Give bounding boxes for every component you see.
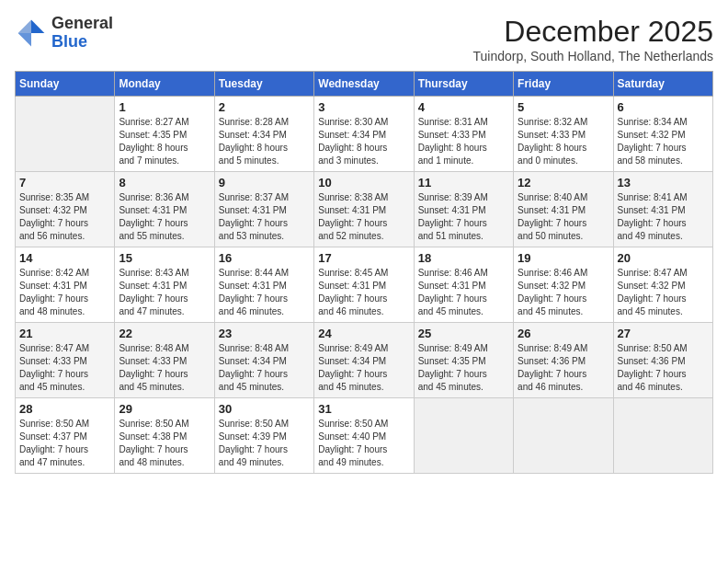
calendar-cell: 14Sunrise: 8:42 AM Sunset: 4:31 PM Dayli…	[16, 247, 115, 323]
day-number: 27	[618, 327, 709, 340]
day-number: 22	[119, 327, 210, 340]
calendar-cell: 13Sunrise: 8:41 AM Sunset: 4:31 PM Dayli…	[613, 172, 712, 247]
day-number: 2	[219, 100, 310, 114]
svg-marker-1	[18, 19, 31, 32]
day-number: 14	[19, 251, 110, 265]
day-info: Sunrise: 8:27 AM Sunset: 4:35 PM Dayligh…	[119, 116, 210, 167]
calendar-cell: 2Sunrise: 8:28 AM Sunset: 4:34 PM Daylig…	[214, 97, 313, 172]
day-number: 15	[119, 251, 210, 265]
calendar-cell: 4Sunrise: 8:31 AM Sunset: 4:33 PM Daylig…	[414, 97, 513, 172]
calendar-cell: 1Sunrise: 8:27 AM Sunset: 4:35 PM Daylig…	[115, 97, 214, 172]
day-info: Sunrise: 8:46 AM Sunset: 4:32 PM Dayligh…	[518, 267, 609, 318]
day-info: Sunrise: 8:28 AM Sunset: 4:34 PM Dayligh…	[219, 116, 310, 167]
day-info: Sunrise: 8:48 AM Sunset: 4:34 PM Dayligh…	[219, 342, 310, 394]
day-number: 7	[19, 176, 110, 190]
calendar-cell: 12Sunrise: 8:40 AM Sunset: 4:31 PM Dayli…	[514, 172, 613, 247]
day-number: 28	[19, 402, 110, 416]
logo-text: General Blue	[51, 15, 113, 52]
calendar-cell: 25Sunrise: 8:49 AM Sunset: 4:35 PM Dayli…	[414, 323, 513, 398]
calendar-cell: 29Sunrise: 8:50 AM Sunset: 4:38 PM Dayli…	[115, 398, 214, 474]
calendar-cell: 6Sunrise: 8:34 AM Sunset: 4:32 PM Daylig…	[613, 97, 712, 172]
day-info: Sunrise: 8:50 AM Sunset: 4:36 PM Dayligh…	[618, 342, 709, 394]
weekday-header-cell: Sunday	[16, 72, 115, 97]
calendar-cell: 18Sunrise: 8:46 AM Sunset: 4:31 PM Dayli…	[414, 247, 513, 323]
day-number: 13	[618, 176, 709, 190]
day-number: 20	[618, 251, 709, 265]
day-number: 8	[119, 176, 210, 190]
day-info: Sunrise: 8:46 AM Sunset: 4:31 PM Dayligh…	[418, 267, 509, 318]
weekday-header-cell: Tuesday	[214, 72, 313, 97]
calendar-week-row: 1Sunrise: 8:27 AM Sunset: 4:35 PM Daylig…	[16, 97, 713, 172]
day-number: 31	[318, 402, 409, 416]
day-number: 9	[219, 176, 310, 190]
day-number: 26	[518, 327, 609, 340]
calendar-cell: 3Sunrise: 8:30 AM Sunset: 4:34 PM Daylig…	[314, 97, 414, 172]
day-number: 11	[418, 176, 509, 190]
calendar-cell: 9Sunrise: 8:37 AM Sunset: 4:31 PM Daylig…	[214, 172, 313, 247]
day-info: Sunrise: 8:35 AM Sunset: 4:32 PM Dayligh…	[19, 191, 110, 243]
calendar-cell: 20Sunrise: 8:47 AM Sunset: 4:32 PM Dayli…	[613, 247, 712, 323]
day-info: Sunrise: 8:49 AM Sunset: 4:35 PM Dayligh…	[418, 342, 509, 394]
day-info: Sunrise: 8:47 AM Sunset: 4:32 PM Dayligh…	[618, 267, 709, 318]
day-info: Sunrise: 8:32 AM Sunset: 4:33 PM Dayligh…	[518, 116, 609, 167]
calendar-cell: 24Sunrise: 8:49 AM Sunset: 4:34 PM Dayli…	[314, 323, 414, 398]
calendar-cell: 23Sunrise: 8:48 AM Sunset: 4:34 PM Dayli…	[214, 323, 313, 398]
day-number: 23	[219, 327, 310, 340]
day-number: 29	[119, 402, 210, 416]
calendar-cell: 21Sunrise: 8:47 AM Sunset: 4:33 PM Dayli…	[16, 323, 115, 398]
day-number: 30	[219, 402, 310, 416]
calendar-cell: 28Sunrise: 8:50 AM Sunset: 4:37 PM Dayli…	[16, 398, 115, 474]
calendar-cell: 11Sunrise: 8:39 AM Sunset: 4:31 PM Dayli…	[414, 172, 513, 247]
day-info: Sunrise: 8:45 AM Sunset: 4:31 PM Dayligh…	[318, 267, 409, 318]
day-info: Sunrise: 8:39 AM Sunset: 4:31 PM Dayligh…	[418, 191, 509, 243]
month-year: December 2025	[473, 15, 714, 49]
day-number: 19	[518, 251, 609, 265]
day-info: Sunrise: 8:30 AM Sunset: 4:34 PM Dayligh…	[318, 116, 409, 167]
calendar-cell: 31Sunrise: 8:50 AM Sunset: 4:40 PM Dayli…	[314, 398, 414, 474]
location: Tuindorp, South Holland, The Netherlands	[473, 49, 714, 63]
day-info: Sunrise: 8:43 AM Sunset: 4:31 PM Dayligh…	[119, 267, 210, 318]
logo: General Blue	[15, 15, 113, 52]
day-info: Sunrise: 8:50 AM Sunset: 4:40 PM Dayligh…	[318, 418, 409, 469]
day-number: 18	[418, 251, 509, 265]
calendar-week-row: 14Sunrise: 8:42 AM Sunset: 4:31 PM Dayli…	[16, 247, 713, 323]
weekday-header-cell: Wednesday	[314, 72, 414, 97]
day-info: Sunrise: 8:50 AM Sunset: 4:38 PM Dayligh…	[119, 418, 210, 469]
title-block: December 2025 Tuindorp, South Holland, T…	[473, 15, 714, 63]
day-number: 1	[119, 100, 210, 114]
calendar-body: 1Sunrise: 8:27 AM Sunset: 4:35 PM Daylig…	[16, 97, 713, 474]
day-number: 12	[518, 176, 609, 190]
day-number: 10	[318, 176, 409, 190]
day-info: Sunrise: 8:42 AM Sunset: 4:31 PM Dayligh…	[19, 267, 110, 318]
day-info: Sunrise: 8:38 AM Sunset: 4:31 PM Dayligh…	[318, 191, 409, 243]
calendar-week-row: 7Sunrise: 8:35 AM Sunset: 4:32 PM Daylig…	[16, 172, 713, 247]
day-number: 16	[219, 251, 310, 265]
calendar-cell: 19Sunrise: 8:46 AM Sunset: 4:32 PM Dayli…	[514, 247, 613, 323]
weekday-header-cell: Friday	[514, 72, 613, 97]
calendar-cell: 17Sunrise: 8:45 AM Sunset: 4:31 PM Dayli…	[314, 247, 414, 323]
calendar-cell: 5Sunrise: 8:32 AM Sunset: 4:33 PM Daylig…	[514, 97, 613, 172]
calendar-cell	[414, 398, 513, 474]
header: General Blue December 2025 Tuindorp, Sou…	[15, 15, 713, 63]
calendar-cell: 27Sunrise: 8:50 AM Sunset: 4:36 PM Dayli…	[613, 323, 712, 398]
calendar-cell: 10Sunrise: 8:38 AM Sunset: 4:31 PM Dayli…	[314, 172, 414, 247]
day-number: 4	[418, 100, 509, 114]
day-info: Sunrise: 8:36 AM Sunset: 4:31 PM Dayligh…	[119, 191, 210, 243]
calendar-cell: 15Sunrise: 8:43 AM Sunset: 4:31 PM Dayli…	[115, 247, 214, 323]
weekday-header-row: SundayMondayTuesdayWednesdayThursdayFrid…	[16, 72, 713, 97]
day-info: Sunrise: 8:31 AM Sunset: 4:33 PM Dayligh…	[418, 116, 509, 167]
logo-blue: Blue	[51, 32, 87, 51]
day-info: Sunrise: 8:40 AM Sunset: 4:31 PM Dayligh…	[518, 191, 609, 243]
calendar-cell: 7Sunrise: 8:35 AM Sunset: 4:32 PM Daylig…	[16, 172, 115, 247]
weekday-header-cell: Thursday	[414, 72, 513, 97]
calendar-cell: 22Sunrise: 8:48 AM Sunset: 4:33 PM Dayli…	[115, 323, 214, 398]
day-number: 3	[318, 100, 409, 114]
svg-marker-2	[18, 33, 31, 46]
day-info: Sunrise: 8:34 AM Sunset: 4:32 PM Dayligh…	[618, 116, 709, 167]
calendar-week-row: 21Sunrise: 8:47 AM Sunset: 4:33 PM Dayli…	[16, 323, 713, 398]
day-number: 17	[318, 251, 409, 265]
day-number: 6	[618, 100, 709, 114]
logo-icon	[15, 17, 48, 50]
day-number: 21	[19, 327, 110, 340]
day-info: Sunrise: 8:47 AM Sunset: 4:33 PM Dayligh…	[19, 342, 110, 394]
